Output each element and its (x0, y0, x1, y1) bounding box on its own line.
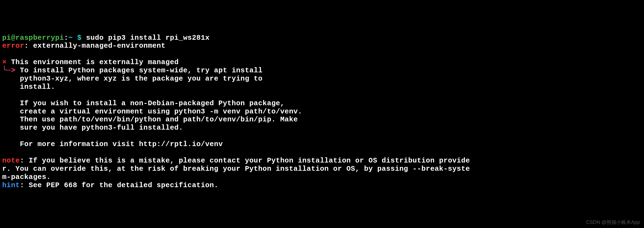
note-text: If you believe this is a mistake, please… (2, 156, 470, 181)
block-line-5: create a virtual environment using pytho… (2, 107, 302, 116)
error-block-body: ╰─> To install Python packages system-wi… (2, 66, 302, 148)
watermark: CSDN @熊猫小账本App (586, 220, 640, 225)
block-line-9: For more information visit http://rptl.i… (2, 140, 223, 148)
hint-sep: : (20, 181, 29, 189)
block-line-2: install. (2, 83, 55, 91)
prompt-path: ~ $ (69, 34, 82, 42)
command-text: sudo pip3 install rpi_ws281x (82, 34, 210, 42)
block-line-7: sure you have python3-full installed. (2, 124, 183, 132)
note-sep: : (20, 156, 29, 165)
block-line-0: To install Python packages system-wide, … (15, 66, 263, 75)
error-block-header: × This environment is externally managed (2, 58, 179, 66)
error-line: error: externally-managed-environment (2, 42, 166, 50)
block-line-8 (2, 132, 20, 140)
note-label: note (2, 156, 20, 165)
terminal-output: pi@raspberrypi:~ $ sudo pip3 install rpi… (2, 34, 642, 190)
error-sep: : (24, 42, 33, 50)
block-line-6: Then use path/to/venv/bin/python and pat… (2, 115, 298, 124)
block-line-3 (2, 91, 20, 99)
cross-icon: × (2, 58, 7, 66)
arrow-icon: ╰─> (2, 66, 15, 75)
error-label: error (2, 42, 24, 50)
prompt-line: pi@raspberrypi:~ $ sudo pip3 install rpi… (2, 34, 210, 42)
block-line-4: If you wish to install a non-Debian-pack… (2, 99, 285, 107)
hint-line: hint: See PEP 668 for the detailed speci… (2, 181, 218, 189)
prompt-colon: : (64, 34, 68, 42)
block-line-1: python3-xyz, where xyz is the package yo… (2, 75, 263, 83)
block-header-text: This environment is externally managed (7, 58, 179, 66)
error-msg: externally-managed-environment (33, 42, 166, 50)
hint-label: hint (2, 181, 20, 189)
hint-text: See PEP 668 for the detailed specificati… (29, 181, 218, 189)
note-line: note: If you believe this is a mistake, … (2, 156, 470, 181)
prompt-user: pi@raspberrypi (2, 34, 64, 42)
